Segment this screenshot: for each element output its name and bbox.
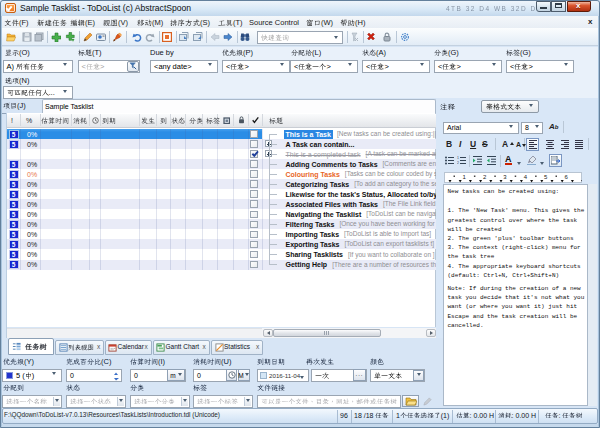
svg-text:1: 1 xyxy=(463,173,467,179)
svg-text:4: 4 xyxy=(524,173,528,179)
svg-text:1: 1 xyxy=(457,156,459,160)
svg-text:6: 6 xyxy=(565,173,569,179)
svg-text:2: 2 xyxy=(483,173,487,179)
svg-text:2: 2 xyxy=(457,161,459,165)
svg-text:5: 5 xyxy=(544,173,548,179)
svg-text:3: 3 xyxy=(503,173,507,179)
